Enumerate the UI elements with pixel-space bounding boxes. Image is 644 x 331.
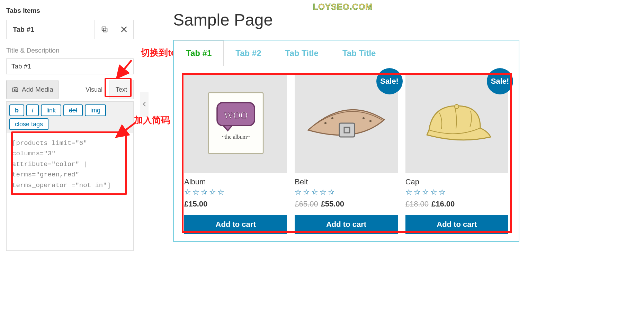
product-name: Belt (295, 177, 397, 186)
belt-icon (301, 99, 391, 147)
product-price: £15.00 (184, 200, 287, 209)
add-to-cart-button[interactable]: Add to cart (184, 215, 287, 234)
svg-point-10 (331, 117, 333, 119)
tabs-widget: Tab #1 Tab #2 Tab Title Tab Title WOO ~t… (173, 40, 519, 242)
panel-collapse-handle[interactable] (140, 92, 149, 117)
svg-text:WOO: WOO (224, 110, 248, 121)
qt-link[interactable]: link (41, 104, 61, 116)
product-price: £65.00£55.00 (295, 200, 397, 209)
qt-img[interactable]: img (85, 104, 106, 116)
rating-stars: ☆☆☆☆☆ (295, 188, 397, 197)
qt-del[interactable]: del (63, 104, 83, 116)
chevron-left-icon (143, 102, 146, 107)
svg-point-2 (14, 89, 16, 91)
product-name: Album (184, 177, 287, 186)
quicktags-toolbar: b i link del img close tags (6, 101, 134, 133)
editor-tab-visual[interactable]: Visual (79, 80, 109, 99)
editor-tab-text[interactable]: Text (109, 80, 134, 99)
preview-tab-3[interactable]: Tab Title (274, 40, 331, 66)
editor-tabs-row: Add Media Visual Text (6, 80, 134, 99)
preview-tab-4[interactable]: Tab Title (331, 40, 388, 66)
editor-sidebar: Tabs Items Tab #1 Title & Description Ad… (0, 0, 140, 266)
product-image[interactable]: WOO ~the album~ (184, 73, 287, 173)
svg-rect-0 (103, 28, 107, 32)
watermark: LOYSEO.COM (313, 2, 373, 12)
shortcode-textarea[interactable]: [products limit="6" columns="3" attribut… (6, 133, 134, 251)
product-card: Sale! Cap ☆☆☆☆☆ £18.00£16.00 Add to car (405, 73, 508, 234)
camera-icon (11, 86, 19, 93)
product-image[interactable]: Sale! (295, 73, 397, 173)
products-row: WOO ~the album~ Album ☆☆☆☆☆ £15.00 Add t… (174, 66, 519, 241)
preview-tab-2[interactable]: Tab #2 (224, 40, 273, 66)
add-media-label: Add Media (22, 86, 53, 93)
section-title: Tabs Items (6, 7, 134, 15)
svg-rect-1 (102, 27, 106, 31)
sale-badge: Sale! (487, 68, 513, 94)
duplicate-button[interactable] (95, 20, 114, 39)
tabs-nav: Tab #1 Tab #2 Tab Title Tab Title (174, 40, 519, 66)
product-card: Sale! Belt ☆☆☆☆☆ £65.00£55.00 Add to ca (295, 73, 397, 234)
tab-item-label: Tab #1 (7, 20, 95, 39)
remove-button[interactable] (114, 20, 133, 39)
title-description-label: Title & Description (6, 47, 134, 54)
preview-pane: LOYSEO.COM Sample Page Tab #1 Tab #2 Tab… (152, 0, 533, 266)
svg-text:~the  album~: ~the album~ (222, 134, 250, 140)
qt-close-tags[interactable]: close tags (9, 118, 48, 130)
product-name: Cap (405, 177, 508, 186)
rating-stars: ☆☆☆☆☆ (405, 188, 508, 197)
svg-point-11 (363, 117, 365, 119)
add-to-cart-button[interactable]: Add to cart (295, 215, 397, 234)
svg-rect-7 (339, 123, 355, 137)
product-price: £18.00£16.00 (405, 200, 508, 209)
tab-item-row[interactable]: Tab #1 (6, 20, 134, 39)
close-icon (120, 26, 127, 33)
svg-point-12 (369, 120, 372, 122)
add-to-cart-button[interactable]: Add to cart (405, 215, 508, 234)
qt-bold[interactable]: b (9, 104, 24, 116)
preview-tab-1[interactable]: Tab #1 (174, 40, 224, 66)
page-title: Sample Page (173, 10, 519, 29)
tab-title-input[interactable] (6, 58, 134, 74)
sale-badge: Sale! (376, 68, 403, 94)
add-media-button[interactable]: Add Media (6, 80, 59, 99)
product-image[interactable]: Sale! (405, 73, 508, 173)
svg-point-9 (324, 122, 327, 124)
qt-italic[interactable]: i (26, 104, 39, 116)
product-card: WOO ~the album~ Album ☆☆☆☆☆ £15.00 Add t… (184, 73, 287, 234)
rating-stars: ☆☆☆☆☆ (184, 188, 287, 197)
copy-icon (101, 26, 108, 33)
svg-point-13 (455, 104, 459, 109)
album-icon: WOO ~the album~ (205, 89, 267, 157)
cap-icon (419, 99, 495, 147)
